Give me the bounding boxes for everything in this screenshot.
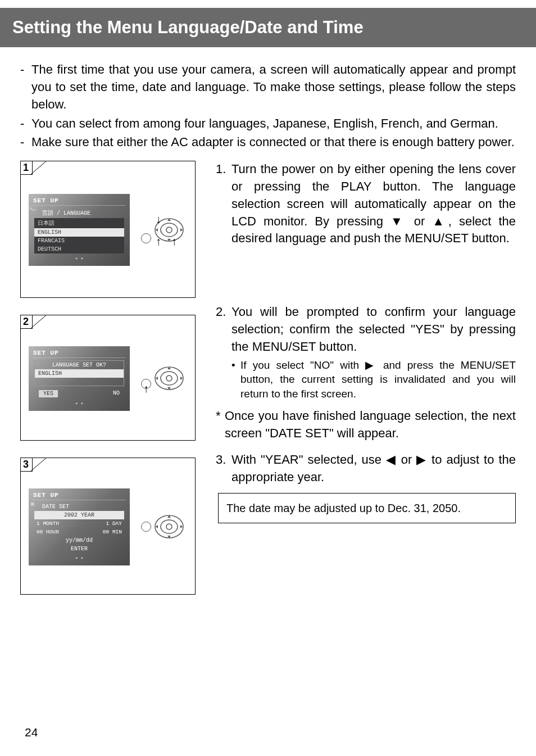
steps-column: 1. Turn the power on by either opening t… — [206, 161, 516, 595]
intro-text: The first time that you use your camera,… — [31, 61, 516, 114]
menu-set-button-icon — [141, 522, 151, 532]
lcd-value: ENGLISH — [35, 369, 124, 378]
step-text: With "YEAR" selected, use ◀ or ▶ to adju… — [231, 451, 516, 486]
page-title: Setting the Menu Language/Date and Time — [12, 17, 364, 38]
lcd-screen-3: ▦ SET UP DATE SET 2002 YEAR 1 MONTH 1 DA… — [29, 488, 130, 565]
step-2: 2. You will be prompted to confirm your … — [216, 304, 516, 401]
lcd-month-day: 1 MONTH 1 DAY — [33, 519, 125, 528]
step-text: You will be prompted to confirm your lan… — [231, 304, 516, 355]
note-text: Once you have finished language selectio… — [225, 408, 516, 442]
step-number: 1. — [216, 161, 231, 247]
up-arrow-icon: ↑ — [171, 235, 177, 248]
intro-item: - The first time that you use your camer… — [20, 61, 516, 114]
lcd-screen-1: abc SET UP 言語 / LANGUAGE 日本語 ENGLISH FRA… — [29, 194, 130, 266]
lcd-title: SET UP — [33, 492, 125, 500]
page-number: 24 — [25, 726, 38, 739]
lcd-enter: ENTER — [33, 545, 125, 553]
menu-set-button-icon — [141, 233, 151, 243]
step-1: 1. Turn the power on by either opening t… — [216, 161, 516, 247]
controls-group: ↓ ↑ ↑ — [135, 215, 189, 245]
svg-point-5 — [155, 367, 183, 390]
figures-column: 1 abc SET UP 言語 / LANGUAGE 日本語 ENGLISH F… — [20, 161, 206, 595]
note: * Once you have finished language select… — [216, 408, 516, 442]
step-number: 2. — [216, 304, 231, 401]
lcd-prompt: LANGUAGE SET OK? — [36, 361, 122, 369]
bullet-text: If you select "NO" with ▶ and press the … — [240, 358, 516, 401]
svg-point-11 — [166, 524, 172, 529]
step-sub-bullet: • If you select "NO" with ▶ and press th… — [231, 358, 516, 401]
controls-group — [135, 512, 189, 541]
lcd-nav-icons: ◂ ▸ — [33, 553, 125, 561]
up-arrow-icon: ↑ — [143, 382, 149, 395]
lcd-nav-icons: ◂ ▸ — [33, 253, 125, 261]
up-arrow-icon: ↑ — [156, 235, 161, 248]
lcd-option: DEUTSCH — [34, 245, 124, 253]
note-star: * — [216, 408, 225, 442]
intro-section: - The first time that you use your camer… — [0, 47, 536, 157]
figure-3: 3 ▦ SET UP DATE SET 2002 YEAR 1 MONTH 1 … — [20, 458, 196, 595]
svg-line-8 — [31, 458, 47, 471]
lcd-title: SET UP — [33, 350, 125, 358]
lcd-format: yy/mm/dd — [33, 536, 125, 545]
bullet-dot: • — [231, 358, 240, 401]
dpad-icon — [155, 512, 184, 541]
lcd-option: 日本語 — [34, 218, 124, 228]
lcd-option: FRANCAIS — [34, 237, 124, 245]
figure-divider — [31, 315, 51, 335]
dash: - — [20, 61, 31, 114]
lcd-hour-min: 00 HOUR 00 MIN — [33, 528, 125, 536]
dash: - — [20, 133, 31, 151]
lcd-yes: YES — [39, 390, 58, 397]
lcd-day: 1 DAY — [106, 520, 122, 527]
dash: - — [20, 115, 31, 132]
calendar-icon: ▦ — [31, 501, 34, 507]
step-3: 3. With "YEAR" selected, use ◀ or ▶ to a… — [216, 451, 516, 486]
lcd-option-selected: ENGLISH — [34, 228, 124, 237]
svg-point-9 — [155, 515, 183, 538]
lcd-ab-icon: abc — [30, 206, 36, 212]
info-box: The date may be adjusted up to Dec. 31, … — [218, 493, 516, 523]
lcd-screen-2: SET UP LANGUAGE SET OK? ENGLISH YES NO ◂… — [29, 346, 130, 411]
figure-divider — [31, 161, 51, 181]
down-arrow-icon: ↓ — [156, 213, 161, 226]
svg-line-4 — [31, 315, 47, 328]
svg-point-6 — [161, 372, 178, 385]
lcd-min: 00 MIN — [103, 529, 122, 535]
lcd-year: 2002 YEAR — [34, 511, 124, 519]
lcd-frame: LANGUAGE SET OK? ENGLISH — [34, 360, 124, 386]
info-text: The date may be adjusted up to Dec. 31, … — [226, 502, 461, 514]
intro-item: - You can select from among four languag… — [20, 115, 516, 132]
dpad-icon — [155, 364, 184, 393]
intro-text: You can select from among four languages… — [31, 115, 516, 132]
lcd-month: 1 MONTH — [37, 520, 59, 527]
lcd-hour: 00 HOUR — [37, 529, 59, 535]
step-body: You will be prompted to confirm your lan… — [231, 304, 516, 401]
svg-point-3 — [166, 227, 172, 233]
figure-1: 1 abc SET UP 言語 / LANGUAGE 日本語 ENGLISH F… — [20, 161, 196, 298]
lcd-section: DATE SET — [34, 503, 124, 511]
svg-point-10 — [161, 520, 178, 533]
step-number: 3. — [216, 451, 231, 486]
lcd-yes-no: YES NO — [33, 388, 125, 399]
lcd-nav-icons: ◂ ▸ — [33, 399, 125, 406]
intro-item: - Make sure that either the AC adapter i… — [20, 133, 516, 151]
svg-point-7 — [166, 375, 172, 381]
step-text: Turn the power on by either opening the … — [231, 161, 516, 247]
lcd-no: NO — [113, 390, 120, 397]
intro-text: Make sure that either the AC adapter is … — [31, 133, 516, 151]
content-row: 1 abc SET UP 言語 / LANGUAGE 日本語 ENGLISH F… — [0, 157, 536, 595]
svg-line-0 — [31, 161, 47, 174]
lcd-lang-header: 言語 / LANGUAGE — [34, 208, 124, 218]
page-title-bar: Setting the Menu Language/Date and Time — [0, 8, 536, 47]
lcd-title: SET UP — [33, 197, 125, 206]
controls-group: ↑ — [135, 364, 189, 393]
figure-divider — [31, 458, 51, 478]
figure-2: 2 SET UP LANGUAGE SET OK? ENGLISH YES NO… — [20, 315, 196, 441]
